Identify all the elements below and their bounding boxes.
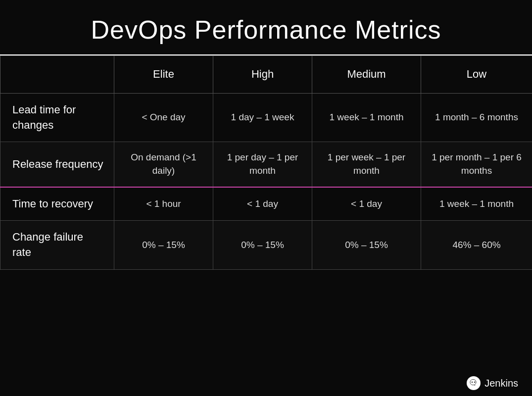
- table-row: Time to recovery < 1 hour < 1 day < 1 da…: [0, 187, 532, 221]
- cell-low: 1 per month – 1 per 6 months: [421, 142, 532, 187]
- table-row: Release frequency On demand (>1 daily) 1…: [0, 142, 532, 187]
- table-row: Change failure rate 0% – 15% 0% – 15% 0%…: [0, 221, 532, 270]
- table-row: Lead time for changes < One day 1 day – …: [0, 93, 532, 142]
- brand-name: Jenkins: [484, 378, 518, 389]
- cell-high: < 1 day: [213, 187, 312, 221]
- metric-label: Change failure rate: [0, 221, 114, 270]
- cell-medium: 1 per week – 1 per month: [312, 142, 421, 187]
- metric-label: Time to recovery: [0, 187, 114, 221]
- metrics-table: Elite High Medium Low Lead time for chan…: [0, 55, 532, 270]
- metric-label: Lead time for changes: [0, 93, 114, 142]
- cell-elite: On demand (>1 daily): [114, 142, 213, 187]
- cell-low: 1 week – 1 month: [421, 187, 532, 221]
- col-header-high: High: [213, 56, 312, 94]
- cell-low: 46% – 60%: [421, 221, 532, 270]
- svg-point-1: [474, 382, 476, 383]
- cell-elite: 0% – 15%: [114, 221, 213, 270]
- cell-medium: 1 week – 1 month: [312, 93, 421, 142]
- cell-medium: < 1 day: [312, 187, 421, 221]
- page-wrapper: DevOps Performance Metrics Elite High Me…: [0, 0, 532, 396]
- footer: Jenkins: [0, 370, 532, 396]
- cell-elite: < 1 hour: [114, 187, 213, 221]
- table-section: Elite High Medium Low Lead time for chan…: [0, 55, 532, 370]
- cell-high: 1 day – 1 week: [213, 93, 312, 142]
- page-title: DevOps Performance Metrics: [30, 15, 502, 45]
- col-header-medium: Medium: [312, 56, 421, 94]
- col-header-elite: Elite: [114, 56, 213, 94]
- svg-point-0: [472, 382, 473, 383]
- cell-high: 1 per day – 1 per month: [213, 142, 312, 187]
- metric-label: Release frequency: [0, 142, 114, 187]
- cell-low: 1 month – 6 months: [421, 93, 532, 142]
- col-header-metric: [0, 56, 114, 94]
- col-header-low: Low: [421, 56, 532, 94]
- wechat-icon: [467, 376, 481, 390]
- title-section: DevOps Performance Metrics: [0, 0, 532, 54]
- footer-logo: Jenkins: [467, 376, 518, 390]
- table-header-row: Elite High Medium Low: [0, 56, 532, 94]
- cell-medium: 0% – 15%: [312, 221, 421, 270]
- cell-elite: < One day: [114, 93, 213, 142]
- cell-high: 0% – 15%: [213, 221, 312, 270]
